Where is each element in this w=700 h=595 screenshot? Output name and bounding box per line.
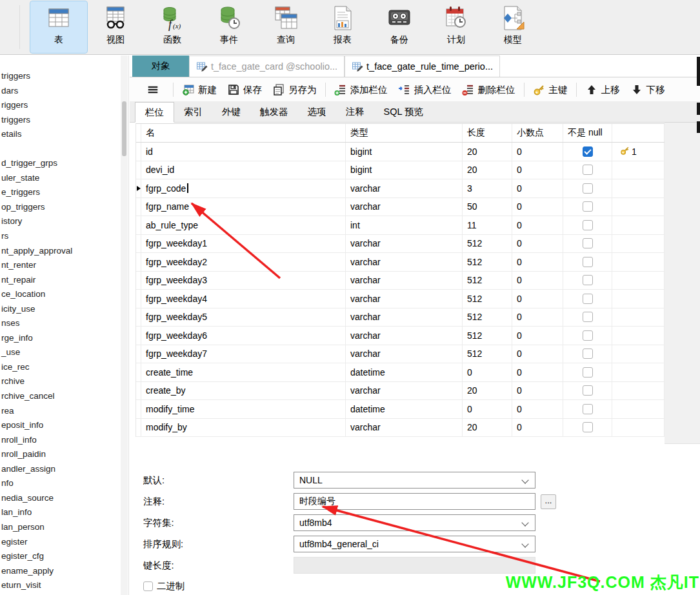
cell-field-name[interactable]: fgrp_weekday1 (141, 235, 346, 253)
cell-field-name[interactable]: ab_rule_type (141, 216, 346, 234)
sidebar-table-item[interactable]: riggers (1, 98, 128, 113)
new-button[interactable]: 新建 (177, 81, 222, 99)
insert-field-button[interactable]: 插入栏位 (393, 81, 457, 99)
sidebar-table-item[interactable]: lan_info (1, 505, 128, 520)
cell-field-type[interactable]: bigint (346, 143, 463, 161)
sidebar-table-item[interactable]: rge_info (1, 331, 128, 346)
primary-key-button[interactable]: 主键 (528, 81, 573, 99)
cell-field-type[interactable]: varchar (346, 327, 463, 345)
cell-field-decimals[interactable]: 0 (512, 179, 563, 197)
ribbon-item-backups[interactable]: 备份 (371, 1, 428, 53)
sidebar-table-item[interactable]: triggers (1, 113, 128, 128)
cell-field-type[interactable]: datetime (346, 400, 463, 418)
cell-field-length[interactable]: 512 (463, 327, 512, 345)
cell-field-decimals[interactable]: 0 (512, 327, 563, 345)
cell-field-length[interactable]: 512 (463, 290, 512, 308)
add-field-button[interactable]: 添加栏位 (329, 81, 393, 99)
charset-select[interactable]: utf8mb4 (294, 514, 535, 531)
cell-field-name[interactable]: fgrp_weekday6 (141, 327, 346, 345)
subtab-indexes[interactable]: 索引 (174, 102, 212, 122)
not-null-checkbox[interactable] (583, 275, 593, 285)
cell-field-length[interactable]: 50 (463, 198, 512, 216)
cell-field-decimals[interactable]: 0 (512, 290, 563, 308)
move-down-button[interactable]: 下移 (625, 81, 670, 99)
sidebar-table-item[interactable]: rea (1, 404, 128, 419)
cell-field-name[interactable]: create_time (141, 363, 346, 381)
subtab-options[interactable]: 选项 (298, 102, 336, 122)
sidebar-table-item[interactable]: egister_cfg (1, 549, 128, 564)
sidebar-table-item[interactable]: icity_use (1, 302, 128, 317)
not-null-checkbox[interactable] (583, 238, 593, 248)
sidebar-table-item[interactable]: uler_state (1, 171, 128, 186)
tab-objects[interactable]: 对象 (132, 55, 189, 77)
cell-field-length[interactable]: 20 (463, 143, 512, 161)
cell-field-name[interactable]: create_by (141, 382, 346, 400)
sidebar-table-item[interactable]: eturn_visit (1, 578, 128, 593)
save-as-button[interactable]: 另存为 (267, 81, 322, 99)
not-null-checkbox[interactable] (583, 220, 593, 230)
comment-input[interactable]: 时段编号 (294, 493, 535, 510)
sidebar-table-item[interactable]: ce_location (1, 287, 128, 302)
sidebar-table-item[interactable]: rchive_cancel (1, 389, 128, 404)
sidebar-table-item[interactable]: nfo (1, 476, 128, 491)
ribbon-item-views[interactable]: 视图 (87, 1, 144, 53)
cell-field-name[interactable]: fgrp_name (141, 198, 346, 216)
cell-field-length[interactable]: 512 (463, 308, 512, 327)
cell-field-decimals[interactable]: 0 (512, 235, 563, 253)
not-null-checkbox[interactable] (583, 404, 593, 414)
collation-select[interactable]: utf8mb4_general_ci (294, 536, 535, 552)
cell-field-decimals[interactable]: 0 (512, 216, 563, 234)
sidebar-table-item[interactable]: nroll_info (1, 433, 128, 448)
not-null-checkbox[interactable] (583, 385, 593, 396)
cell-field-type[interactable]: varchar (346, 272, 463, 290)
sidebar-table-item[interactable]: ename_apply (1, 564, 128, 579)
cell-field-length[interactable]: 0 (463, 363, 512, 381)
cell-field-type[interactable]: bigint (346, 161, 463, 179)
sidebar-table-item[interactable]: dars (1, 84, 128, 99)
sidebar-table-item[interactable]: op_triggers (1, 200, 128, 215)
sidebar-table-item[interactable]: triggers (1, 69, 128, 84)
subtab-fields[interactable]: 栏位 (135, 102, 174, 123)
not-null-checkbox[interactable] (583, 312, 593, 322)
cell-field-type[interactable]: varchar (346, 253, 463, 271)
cell-field-name[interactable]: fgrp_weekday2 (141, 253, 346, 271)
sidebar-table-item[interactable]: egister (1, 535, 128, 550)
tab-table-card[interactable]: t_face_gate_card @schoolio... (189, 55, 345, 77)
cell-field-decimals[interactable]: 0 (512, 198, 563, 216)
cell-field-type[interactable]: varchar (346, 345, 463, 363)
cell-field-type[interactable]: int (346, 216, 463, 234)
cell-field-name[interactable]: fgrp_code (141, 179, 346, 197)
sidebar-table-item[interactable]: istory (1, 214, 128, 229)
sidebar-table-item[interactable]: nroll_paidin (1, 447, 128, 462)
tab-table-rule-time[interactable]: t_face_gate_rule_time_perio... (345, 55, 500, 77)
sidebar-table-item[interactable]: nt_repair (1, 273, 128, 288)
cell-field-type[interactable]: varchar (346, 308, 463, 327)
cell-field-decimals[interactable]: 0 (512, 272, 563, 290)
subtab-comment[interactable]: 注释 (336, 102, 374, 122)
not-null-checkbox[interactable] (583, 348, 593, 359)
cell-field-length[interactable]: 20 (463, 382, 512, 400)
cell-field-decimals[interactable]: 0 (512, 419, 563, 437)
sidebar-scrollbar-thumb[interactable] (122, 101, 126, 156)
cell-field-name[interactable]: fgrp_weekday3 (141, 272, 346, 290)
menu-button[interactable] (136, 81, 170, 99)
sidebar-table-item[interactable]: lan_person (1, 520, 128, 535)
cell-field-name[interactable]: devi_id (141, 161, 346, 179)
sidebar-table-item[interactable]: ice_rec (1, 360, 128, 375)
cell-field-decimals[interactable]: 0 (512, 363, 563, 381)
ribbon-item-models[interactable]: 模型 (485, 1, 541, 53)
default-select[interactable]: NULL (294, 472, 535, 489)
cell-field-type[interactable]: varchar (346, 198, 463, 216)
not-null-checkbox[interactable] (583, 330, 593, 341)
cell-field-name[interactable]: id (141, 143, 346, 161)
move-up-button[interactable]: 上移 (580, 81, 625, 99)
not-null-checkbox[interactable] (583, 257, 593, 267)
cell-field-name[interactable]: fgrp_weekday4 (141, 290, 346, 308)
sidebar-table-item[interactable]: nt_renter (1, 258, 128, 273)
cell-field-type[interactable]: datetime (346, 363, 463, 381)
sidebar-table-item[interactable]: rs (1, 229, 128, 244)
not-null-checkbox[interactable] (583, 294, 593, 304)
cell-field-decimals[interactable]: 0 (512, 143, 563, 161)
cell-field-decimals[interactable]: 0 (512, 161, 563, 179)
sidebar-table-item[interactable]: etails (1, 127, 128, 142)
